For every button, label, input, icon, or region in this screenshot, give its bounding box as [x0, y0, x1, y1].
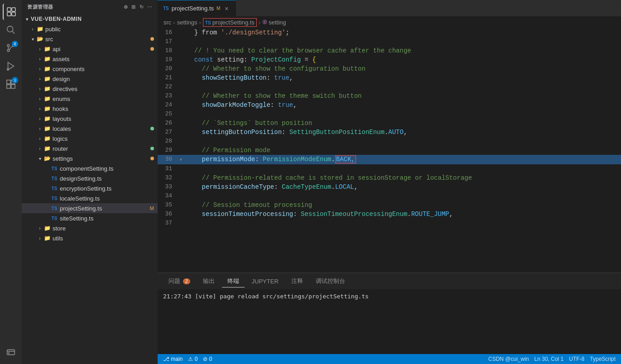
svg-rect-15 — [11, 85, 15, 88]
tree-file-encryptionSetting[interactable]: › TS encryptionSetting.ts — [22, 183, 158, 193]
code-token: { — [312, 56, 316, 63]
line-content[interactable]: permissionCacheType: CacheTypeEnum.LOCAL… — [183, 182, 621, 192]
terminal-content[interactable]: 21:27:43 [vite] page reload src/settings… — [158, 289, 621, 354]
panel-tab-terminal[interactable]: 终端 — [222, 275, 245, 287]
line-content[interactable]: // ! You need to clear the browser cache… — [183, 46, 621, 55]
run-debug-icon[interactable] — [3, 58, 19, 74]
line-content[interactable]: // Whether to show the configuration but… — [183, 64, 621, 73]
line-content[interactable]: // Permission-related cache is stored in… — [183, 173, 621, 182]
tree-file-projectSetting[interactable]: › TS projectSetting.ts M — [22, 203, 158, 213]
main-area: TS projectSetting.ts M × src › settings … — [158, 0, 621, 364]
status-encoding[interactable]: UTF-8 — [569, 356, 584, 362]
status-errors[interactable]: ⚠ 0 — [188, 356, 197, 362]
router-folder-icon: 📁 — [43, 145, 51, 152]
new-folder-icon[interactable]: ⊞ — [131, 4, 136, 10]
line-number: 21 — [158, 73, 179, 82]
line-content[interactable] — [183, 37, 621, 46]
tree-folder-api[interactable]: › 📁 api — [22, 44, 158, 54]
line-content[interactable] — [183, 137, 621, 146]
tree-folder-directives[interactable]: › 📁 directives — [22, 84, 158, 94]
panel-tab-comments[interactable]: 注释 — [286, 275, 308, 287]
src-arrow: ▾ — [29, 35, 36, 43]
status-position[interactable]: Ln 30, Col 1 — [534, 356, 564, 362]
new-file-icon[interactable]: ⊕ — [124, 4, 128, 10]
line-number: 28 — [158, 137, 179, 146]
activity-bar: 8 1 — [0, 0, 22, 364]
tree-file-localeSetting[interactable]: › TS localeSetting.ts — [22, 193, 158, 203]
tree-folder-store[interactable]: › 📁 store — [22, 223, 158, 233]
assets-label: assets — [53, 56, 70, 62]
line-content[interactable]: // Permission mode — [183, 146, 621, 155]
code-editor[interactable]: 16 } from './designSetting';17 18 // ! Y… — [158, 28, 621, 273]
more-actions-icon[interactable]: ··· — [147, 4, 152, 10]
public-arrow: › — [29, 25, 36, 33]
line-content[interactable]: } from './designSetting'; — [183, 28, 621, 37]
tab-close-button[interactable]: × — [223, 5, 230, 12]
tree-folder-src[interactable]: ▾ 📂 src — [22, 34, 158, 44]
code-line: 27 settingButtonPosition: SettingButtonP… — [158, 128, 621, 137]
tree-folder-hooks[interactable]: › 📁 hooks — [22, 104, 158, 114]
tree-file-designSetting[interactable]: › TS designSetting.ts — [22, 173, 158, 183]
explorer-icon[interactable] — [3, 4, 19, 20]
line-content[interactable] — [183, 219, 621, 228]
line-content[interactable]: showSettingButton: true, — [183, 73, 621, 82]
tree-folder-design[interactable]: › 📁 design — [22, 74, 158, 84]
tree-folder-enums[interactable]: › 📁 enums — [22, 94, 158, 104]
panel-tab-jupyter[interactable]: JUPYTER — [246, 276, 284, 287]
line-content[interactable]: showDarkModeToggle: true, — [183, 101, 621, 110]
source-control-icon[interactable]: 8 — [3, 40, 19, 56]
line-content[interactable] — [183, 110, 621, 119]
line-content[interactable]: permissionMode: PermissionModeEnum.BACK, — [183, 155, 621, 164]
breadcrumb-settings[interactable]: settings — [177, 19, 197, 26]
code-token: './designSetting' — [221, 29, 286, 36]
code-token — [187, 129, 202, 136]
tree-root[interactable]: ▾ VUE-VBEN-ADMIN — [22, 14, 158, 24]
panel-tab-output[interactable]: 输出 — [197, 275, 220, 287]
code-line: 35 // Session timeout processing — [158, 201, 621, 210]
tree-folder-router[interactable]: › 📁 router — [22, 144, 158, 153]
tree-folder-components[interactable]: › 📁 components — [22, 64, 158, 74]
tree-folder-public[interactable]: › 📁 public — [22, 24, 158, 34]
panel-tab-debug-console[interactable]: 调试控制台 — [310, 275, 351, 287]
line-content[interactable]: // `Settings` button position — [183, 119, 621, 128]
extensions-icon[interactable]: 1 — [3, 76, 19, 92]
utils-arrow: › — [36, 235, 43, 242]
router-dot — [150, 147, 154, 150]
svg-rect-2 — [7, 12, 11, 16]
tree-folder-logics[interactable]: › 📁 logics — [22, 134, 158, 144]
breadcrumb-file[interactable]: TSprojectSetting.ts — [203, 18, 257, 27]
line-number: 16 — [158, 28, 179, 37]
remote-icon[interactable] — [3, 344, 19, 360]
panel-tab-problems[interactable]: 问题 2 — [163, 275, 196, 287]
tab-projectSetting[interactable]: TS projectSetting.ts M × — [158, 0, 236, 16]
line-content[interactable]: sessionTimeoutProcessing: SessionTimeout… — [183, 210, 621, 219]
code-token: ProjectConfig — [251, 56, 301, 63]
breadcrumb-symbol[interactable]: ⦿ setting — [262, 19, 286, 26]
line-content[interactable] — [183, 164, 621, 173]
line-content[interactable]: settingButtonPosition: SettingButtonPosi… — [183, 128, 621, 137]
hooks-label: hooks — [53, 105, 68, 112]
line-number: 17 — [158, 37, 179, 46]
tree-folder-assets[interactable]: › 📁 assets — [22, 54, 158, 64]
tree-folder-locales[interactable]: › 📁 locales — [22, 124, 158, 134]
refresh-icon[interactable]: ↻ — [140, 4, 144, 10]
components-arrow: › — [36, 65, 43, 72]
code-line: 36 sessionTimeoutProcessing: SessionTime… — [158, 210, 621, 219]
tree-file-siteSetting[interactable]: › TS siteSetting.ts — [22, 213, 158, 223]
code-token: sessionTimeoutProcessing — [202, 211, 294, 218]
tree-file-componentSetting[interactable]: › TS componentSetting.ts — [22, 163, 158, 173]
status-branch[interactable]: ⎇ main — [163, 356, 183, 362]
line-content[interactable]: // Session timeout processing — [183, 201, 621, 210]
line-content[interactable] — [183, 82, 621, 91]
search-icon[interactable] — [3, 22, 19, 38]
tree-folder-layouts[interactable]: › 📁 layouts — [22, 114, 158, 124]
tab-label: projectSetting.ts — [172, 5, 214, 12]
status-warnings[interactable]: ⊘ 0 — [203, 356, 212, 362]
line-content[interactable]: const setting: ProjectConfig = { — [183, 55, 621, 64]
status-language[interactable]: TypeScript — [590, 356, 616, 362]
line-content[interactable] — [183, 192, 621, 201]
breadcrumb-src[interactable]: src — [164, 19, 171, 26]
tree-folder-utils[interactable]: › 📁 utils — [22, 233, 158, 243]
line-content[interactable]: // Whether to show the theme switch butt… — [183, 91, 621, 101]
tree-folder-settings[interactable]: ▾ 📂 settings — [22, 153, 158, 163]
